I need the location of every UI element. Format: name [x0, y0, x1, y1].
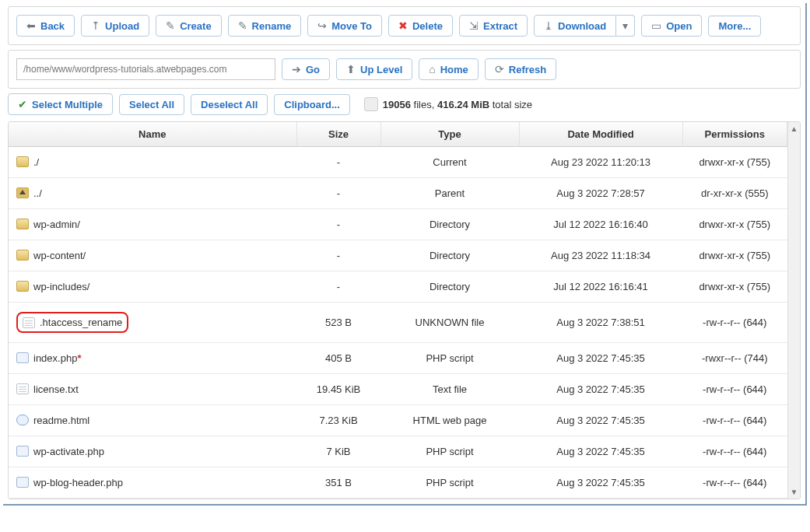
folder-icon — [16, 250, 29, 261]
table-row[interactable]: .htaccess_rename523 BUNKNOWN fileAug 3 2… — [9, 303, 787, 343]
upload-button[interactable]: ⤒Upload — [81, 15, 149, 37]
file-icon — [16, 383, 29, 394]
cell-perm: dr-xr-xr-x (555) — [682, 178, 787, 209]
cell-name[interactable]: wp-admin/ — [9, 209, 296, 240]
back-button[interactable]: ⬅Back — [16, 15, 75, 37]
file-name: wp-content/ — [33, 250, 86, 261]
table-row[interactable]: wp-admin/-DirectoryJul 12 2022 16:16:40d… — [9, 209, 787, 240]
cell-name[interactable]: wp-includes/ — [9, 271, 296, 303]
moveto-button[interactable]: ↪Move To — [307, 15, 382, 37]
modified-indicator: * — [77, 352, 81, 364]
refresh-button[interactable]: ⟳Refresh — [485, 58, 556, 80]
selection-toolbar: ✔Select Multiple Select All Deselect All… — [8, 93, 801, 115]
up-icon — [16, 187, 29, 198]
rename-button[interactable]: ✎Rename — [228, 15, 302, 37]
cell-date: Aug 3 2022 7:45:35 — [519, 405, 682, 436]
more-button[interactable]: More... — [708, 16, 761, 37]
cell-size: - — [296, 178, 380, 209]
table-row[interactable]: wp-content/-DirectoryAug 23 2022 11:18:3… — [9, 240, 787, 271]
delete-label: Delete — [412, 21, 443, 31]
uplevel-button[interactable]: ⬆Up Level — [336, 58, 412, 80]
cell-name[interactable]: .htaccess_rename — [9, 303, 296, 343]
table-row[interactable]: wp-includes/-DirectoryJul 12 2022 16:16:… — [9, 271, 787, 303]
scroll-down-arrow[interactable]: ▼ — [788, 485, 801, 499]
col-header-name[interactable]: Name — [9, 122, 296, 147]
table-row[interactable]: ./-CurrentAug 23 2022 11:20:13drwxr-xr-x… — [9, 147, 787, 178]
home-button[interactable]: ⌂Home — [419, 58, 479, 80]
table-header-row: Name Size Type Date Modified Permissions — [9, 122, 787, 147]
vertical-scrollbar[interactable]: ▲ ▼ — [787, 122, 800, 499]
cell-date: Aug 3 2022 7:45:35 — [519, 436, 682, 467]
cell-size: 351 B — [296, 467, 380, 499]
col-header-date[interactable]: Date Modified — [519, 122, 682, 147]
download-dropdown-button[interactable]: ▾ — [616, 15, 635, 37]
go-button[interactable]: ➔Go — [282, 58, 330, 80]
select-all-label: Select All — [129, 100, 174, 110]
scroll-up-arrow[interactable]: ▲ — [788, 122, 801, 135]
download-button[interactable]: ⤓Download — [534, 15, 616, 37]
cell-size: 7 KiB — [296, 436, 380, 467]
cell-name[interactable]: wp-blog-header.php — [9, 467, 296, 499]
cell-date: Aug 3 2022 7:45:35 — [519, 374, 682, 405]
cell-size: 405 B — [296, 343, 380, 374]
cell-name[interactable]: readme.html — [9, 405, 296, 436]
rename-icon: ✎ — [238, 20, 247, 31]
cell-name[interactable]: ./ — [9, 147, 296, 178]
cell-size: - — [296, 147, 380, 178]
cell-size: 523 B — [296, 303, 380, 343]
chevron-down-icon: ▾ — [622, 20, 628, 31]
path-toolbar: ➔Go ⬆Up Level ⌂Home ⟳Refresh — [8, 50, 801, 89]
file-name: index.php — [33, 352, 77, 364]
select-multiple-label: Select Multiple — [32, 100, 103, 110]
cell-name[interactable]: wp-activate.php — [9, 436, 296, 467]
arrow-left-icon: ⬅ — [26, 20, 36, 31]
html-icon — [16, 415, 29, 425]
file-table: Name Size Type Date Modified Permissions… — [9, 122, 787, 499]
file-name: wp-includes/ — [33, 281, 89, 292]
col-header-size[interactable]: Size — [296, 122, 380, 147]
create-button[interactable]: ✎Create — [156, 15, 221, 37]
cell-perm: -rw-r--r-- (644) — [682, 405, 787, 436]
home-icon: ⌂ — [429, 64, 435, 75]
cell-date: Jul 12 2022 16:16:41 — [519, 271, 682, 303]
select-all-button[interactable]: Select All — [119, 94, 184, 115]
table-row[interactable]: readme.html7.23 KiBHTML web pageAug 3 20… — [9, 405, 787, 436]
deselect-all-button[interactable]: Deselect All — [191, 94, 268, 115]
create-icon: ✎ — [166, 20, 175, 31]
clipboard-button[interactable]: Clipboard... — [274, 94, 350, 115]
col-header-perm[interactable]: Permissions — [682, 122, 787, 147]
table-row[interactable]: index.php*405 BPHP scriptAug 3 2022 7:45… — [9, 343, 787, 374]
cell-perm: -rw-r--r-- (644) — [682, 436, 787, 467]
cell-type: Current — [380, 147, 519, 178]
uplevel-label: Up Level — [360, 65, 402, 75]
open-button[interactable]: ▭Open — [641, 15, 702, 37]
cell-date: Aug 23 2022 11:18:34 — [519, 240, 682, 271]
cell-date: Aug 3 2022 7:28:57 — [519, 178, 682, 209]
extract-button[interactable]: ⇲Extract — [459, 15, 528, 37]
delete-button[interactable]: ✖Delete — [388, 15, 453, 37]
cell-perm: drwxr-xr-x (755) — [682, 147, 787, 178]
table-row[interactable]: ../-ParentAug 3 2022 7:28:57dr-xr-xr-x (… — [9, 178, 787, 209]
cell-type: HTML web page — [380, 405, 519, 436]
cell-type: Text file — [380, 374, 519, 405]
cell-name[interactable]: license.txt — [9, 374, 296, 405]
path-input[interactable] — [16, 58, 275, 80]
col-header-type[interactable]: Type — [380, 122, 519, 147]
cell-name[interactable]: index.php* — [9, 343, 296, 374]
table-row[interactable]: wp-blog-header.php351 BPHP scriptAug 3 2… — [9, 467, 787, 499]
cell-date: Jul 12 2022 16:16:40 — [519, 209, 682, 240]
select-multiple-button[interactable]: ✔Select Multiple — [8, 93, 113, 115]
cell-name[interactable]: wp-content/ — [9, 240, 296, 271]
table-row[interactable]: wp-activate.php7 KiBPHP scriptAug 3 2022… — [9, 436, 787, 467]
cell-type: UNKNOWN file — [380, 303, 519, 343]
cell-date: Aug 3 2022 7:45:35 — [519, 343, 682, 374]
moveto-icon: ↪ — [317, 20, 327, 31]
file-name: wp-admin/ — [33, 219, 80, 230]
extract-icon: ⇲ — [469, 20, 479, 31]
file-name: license.txt — [33, 383, 79, 395]
table-row[interactable]: license.txt19.45 KiBText fileAug 3 2022 … — [9, 374, 787, 405]
cell-name[interactable]: ../ — [9, 178, 296, 209]
main-toolbar: ⬅Back ⤒Upload ✎Create ✎Rename ↪Move To ✖… — [8, 6, 801, 45]
download-icon: ⤓ — [544, 20, 553, 31]
cell-size: - — [296, 271, 380, 303]
